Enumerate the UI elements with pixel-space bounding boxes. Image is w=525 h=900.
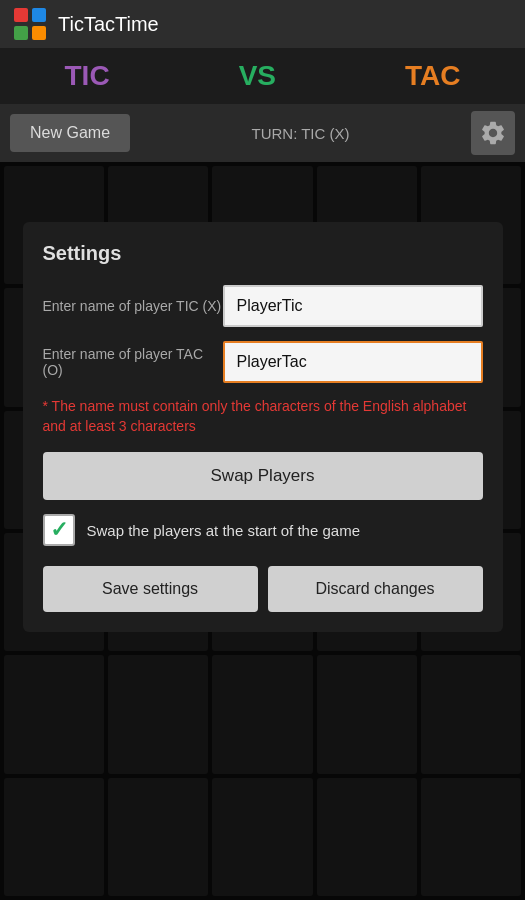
tic-tac-bar: TIC VS TAC [0,48,525,104]
svg-rect-0 [14,8,28,22]
swap-players-button[interactable]: Swap Players [43,452,483,500]
player-tic-label: Enter name of player TIC (X) [43,298,223,314]
vs-label: VS [239,60,276,92]
checkmark-icon: ✓ [50,519,68,541]
save-settings-button[interactable]: Save settings [43,566,258,612]
swap-start-label: Swap the players at the start of the gam… [87,522,361,539]
checkbox-row: ✓ Swap the players at the start of the g… [43,514,483,546]
tic-label: TIC [65,60,110,92]
gear-icon [479,119,507,147]
settings-gear-button[interactable] [471,111,515,155]
new-game-button[interactable]: New Game [10,114,130,152]
player-tac-input[interactable] [223,341,483,383]
svg-rect-1 [32,8,46,22]
tac-label: TAC [405,60,460,92]
player-tac-row: Enter name of player TAC (O) [43,341,483,383]
discard-changes-button[interactable]: Discard changes [268,566,483,612]
modal-overlay: Settings Enter name of player TIC (X) En… [0,162,525,900]
svg-rect-2 [14,26,28,40]
swap-start-checkbox[interactable]: ✓ [43,514,75,546]
player-tic-row: Enter name of player TIC (X) [43,285,483,327]
player-tac-label: Enter name of player TAC (O) [43,346,223,378]
app-icon [12,6,48,42]
player-tic-input[interactable] [223,285,483,327]
settings-modal: Settings Enter name of player TIC (X) En… [23,222,503,632]
validation-message: * The name must contain only the charact… [43,397,483,436]
turn-indicator: TURN: TIC (X) [130,125,471,142]
toolbar: New Game TURN: TIC (X) [0,104,525,162]
svg-rect-3 [32,26,46,40]
bottom-buttons: Save settings Discard changes [43,566,483,612]
header-bar: TicTacTime [0,0,525,48]
app-title: TicTacTime [58,13,159,36]
settings-title: Settings [43,242,483,265]
